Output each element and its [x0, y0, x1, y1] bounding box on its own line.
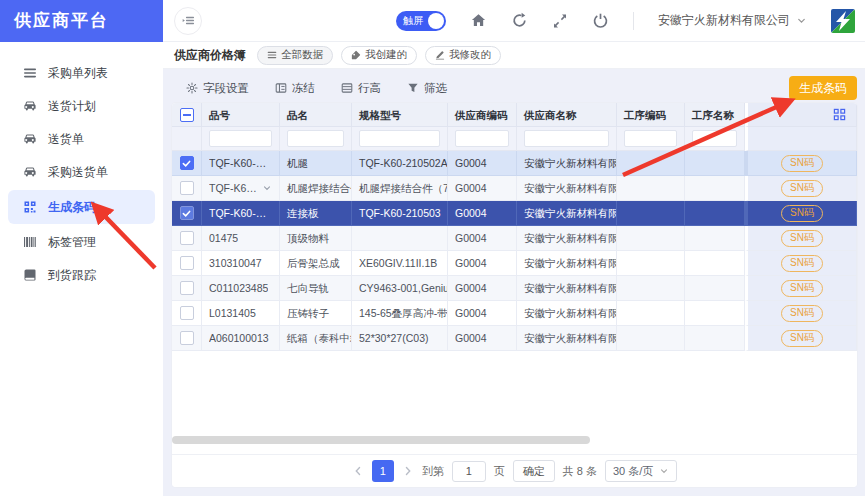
home-icon[interactable] — [470, 12, 487, 29]
filter-input-6[interactable] — [692, 130, 737, 147]
row-checkbox[interactable] — [180, 256, 194, 270]
row-checkbox[interactable] — [180, 156, 194, 170]
cell-process-name — [685, 326, 745, 351]
cell-item-no: 310310047 — [202, 251, 280, 276]
fullscreen-icon[interactable] — [552, 13, 568, 29]
table-row[interactable]: TQF-K60-210503 连接板 TQF-K60-210503 G0004 … — [172, 201, 857, 226]
table-row[interactable]: TQF-K60-21050 机腿焊接结合件... 机腿焊接结合件（750） G0… — [172, 176, 857, 201]
row-checkbox[interactable] — [180, 231, 194, 245]
sn-code-button[interactable]: SN码 — [781, 330, 823, 347]
sidebar: 采购单列表送货计划送货单采购送货单生成条码标签管理到货跟踪 — [0, 42, 163, 496]
chevron-left-icon[interactable] — [352, 465, 364, 477]
row-checkbox-cell — [172, 226, 202, 251]
page-size-select[interactable]: 30 条/页 — [605, 460, 677, 482]
company-name: 安徽宁火新材料有限公司 — [658, 12, 790, 29]
horizontal-scrollbar-thumb[interactable] — [172, 436, 590, 444]
cell-supplier-name: 安徽宁火新材料有限公司 — [517, 301, 617, 326]
table-row[interactable]: TQF-K60-21050... 机腿 TQF-K60-210502A G000… — [172, 151, 857, 176]
select-all-checkbox[interactable] — [180, 108, 194, 122]
column-header-spec[interactable]: 规格型号 — [352, 103, 448, 127]
column-header-item-no[interactable]: 品号 — [202, 103, 280, 127]
goto-page-input[interactable] — [452, 461, 486, 482]
cell-supplier-code: G0004 — [448, 226, 517, 251]
cell-actions: SN码 — [745, 151, 857, 176]
cell-item-no: 01475 — [202, 226, 280, 251]
view-filter-pill[interactable]: 全部数据 — [257, 46, 333, 65]
cell-spec: XE60GIV.11II.1B — [352, 251, 448, 276]
table-row[interactable]: A060100013 纸箱（泰科中箱... 52*30*27(C03) G000… — [172, 326, 857, 351]
cell-spec — [352, 226, 448, 251]
sidebar-item-label: 送货单 — [48, 131, 84, 148]
sn-code-button[interactable]: SN码 — [781, 280, 823, 297]
sidebar-collapse-button[interactable] — [174, 7, 202, 35]
gear-icon — [186, 82, 198, 94]
cell-dropdown-icon[interactable] — [262, 183, 272, 193]
toolbar-gear-button[interactable]: 字段设置 — [186, 81, 249, 96]
row-checkbox[interactable] — [180, 181, 194, 195]
company-selector[interactable]: 安徽宁火新材料有限公司 — [658, 12, 807, 29]
sn-code-button[interactable]: SN码 — [781, 155, 823, 172]
filter-input-3[interactable] — [455, 130, 509, 147]
sidebar-item-barcode[interactable]: 标签管理 — [0, 226, 163, 258]
view-tab-bar: 供应商价格簿 全部数据我创建的我修改的 — [163, 42, 865, 69]
page-number-button[interactable]: 1 — [372, 460, 394, 482]
column-header-process-name[interactable]: 工序名称 — [685, 103, 745, 127]
refresh-icon[interactable] — [511, 12, 528, 29]
cell-supplier-name: 安徽宁火新材料有限公司 — [517, 201, 617, 226]
cell-supplier-name: 安徽宁火新材料有限公司 — [517, 276, 617, 301]
sn-code-button[interactable]: SN码 — [781, 180, 823, 197]
table-row[interactable]: 310310047 后骨架总成 XE60GIV.11II.1B G0004 安徽… — [172, 251, 857, 276]
chevron-down-icon — [659, 466, 669, 476]
table-row[interactable]: 01475 顶级物料 G0004 安徽宁火新材料有限公司 SN码 — [172, 226, 857, 251]
sn-code-button[interactable]: SN码 — [781, 230, 823, 247]
column-header-supplier-code[interactable]: 供应商编码 — [448, 103, 517, 127]
filter-input-5[interactable] — [624, 130, 677, 147]
toolbar-freeze-button[interactable]: 冻结 — [275, 81, 315, 96]
rowheight-icon — [341, 82, 353, 94]
column-header-supplier-name[interactable]: 供应商名称 — [517, 103, 617, 127]
row-checkbox[interactable] — [180, 206, 194, 220]
goto-page-suffix: 页 — [494, 464, 505, 479]
sidebar-item-qrcode-active[interactable]: 生成条码 — [8, 190, 155, 224]
collapse-menu-icon — [181, 13, 196, 28]
truck-icon — [23, 99, 37, 113]
sn-code-button[interactable]: SN码 — [781, 255, 823, 272]
sidebar-item-label: 生成条码 — [48, 199, 96, 216]
touch-mode-toggle[interactable]: 触屏 — [396, 11, 446, 31]
sidebar-item-book[interactable]: 到货跟踪 — [0, 259, 163, 291]
filter-input-2[interactable] — [359, 130, 440, 147]
cell-supplier-code: G0004 — [448, 251, 517, 276]
table-row[interactable]: L0131405 压铸转子 145-65叠厚高冲-带五... G0004 安徽宁… — [172, 301, 857, 326]
row-checkbox-cell — [172, 301, 202, 326]
qr-grid-icon[interactable] — [833, 108, 846, 121]
sn-code-button[interactable]: SN码 — [781, 305, 823, 322]
sidebar-item-label: 到货跟踪 — [48, 267, 96, 284]
goto-confirm-button[interactable]: 确定 — [513, 460, 555, 482]
filter-input-1[interactable] — [287, 130, 344, 147]
pill-label: 我修改的 — [449, 48, 491, 62]
sidebar-item-truck[interactable]: 送货单 — [0, 123, 163, 155]
filter-input-4[interactable] — [524, 130, 609, 147]
power-icon[interactable] — [592, 12, 609, 29]
cell-supplier-name: 安徽宁火新材料有限公司 — [517, 326, 617, 351]
table-row[interactable]: C011023485 七向导轨 CY9463-001,Genius... G00… — [172, 276, 857, 301]
generate-barcode-button[interactable]: 生成条码 — [789, 76, 857, 100]
column-header-item-name[interactable]: 品名 — [280, 103, 352, 127]
toolbar-filter-button[interactable]: 筛选 — [407, 81, 447, 96]
column-header-process-code[interactable]: 工序编码 — [617, 103, 685, 127]
row-checkbox[interactable] — [180, 331, 194, 345]
cell-spec: CY9463-001,Genius... — [352, 276, 448, 301]
sidebar-item-truck[interactable]: 送货计划 — [0, 90, 163, 122]
view-filter-pill[interactable]: 我修改的 — [425, 46, 501, 65]
cell-supplier-code: G0004 — [448, 301, 517, 326]
filter-input-0[interactable] — [209, 130, 272, 147]
filter-cell — [202, 127, 280, 151]
sn-code-button[interactable]: SN码 — [781, 205, 823, 222]
sidebar-item-truck[interactable]: 采购送货单 — [0, 156, 163, 188]
chevron-right-icon[interactable] — [402, 465, 414, 477]
row-checkbox[interactable] — [180, 306, 194, 320]
toolbar-rowheight-button[interactable]: 行高 — [341, 81, 381, 96]
view-filter-pill[interactable]: 我创建的 — [341, 46, 417, 65]
sidebar-item-list[interactable]: 采购单列表 — [0, 57, 163, 89]
row-checkbox[interactable] — [180, 281, 194, 295]
